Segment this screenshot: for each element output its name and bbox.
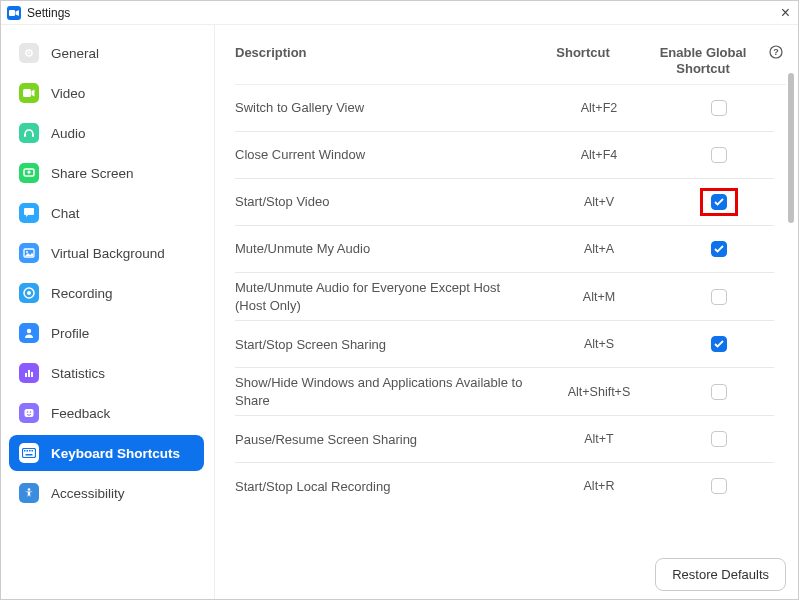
shortcut-key[interactable]: Alt+M <box>534 290 664 304</box>
enable-cell <box>664 384 774 400</box>
shortcut-row: Start/Stop Screen SharingAlt+S <box>235 321 774 367</box>
shortcut-rows: Switch to Gallery ViewAlt+F2Close Curren… <box>235 84 786 548</box>
enable-cell <box>664 336 774 352</box>
sidebar-item-label: Keyboard Shortcuts <box>51 446 180 461</box>
sidebar-item-label: Feedback <box>51 406 110 421</box>
sidebar-item-label: Audio <box>51 126 86 141</box>
shortcut-description: Start/Stop Video <box>235 193 534 211</box>
shortcut-row: Start/Stop Local RecordingAlt+R <box>235 463 774 509</box>
shortcut-row: Pause/Resume Screen SharingAlt+T <box>235 416 774 462</box>
svg-point-9 <box>27 291 31 295</box>
shortcut-key[interactable]: Alt+T <box>534 432 664 446</box>
shortcut-description: Mute/Unmute My Audio <box>235 240 534 258</box>
enable-global-checkbox[interactable] <box>711 478 727 494</box>
shortcut-key[interactable]: Alt+F2 <box>534 101 664 115</box>
svg-rect-13 <box>31 372 33 377</box>
profile-icon <box>19 323 39 343</box>
sidebar-item-keyboard-shortcuts[interactable]: Keyboard Shortcuts <box>9 435 204 471</box>
sidebar-item-general[interactable]: General <box>9 35 204 71</box>
table-header: Description Shortcut Enable Global Short… <box>235 25 786 84</box>
sidebar-item-share-screen[interactable]: Share Screen <box>9 155 204 191</box>
enable-global-checkbox[interactable] <box>711 289 727 305</box>
sidebar-item-virtual-background[interactable]: Virtual Background <box>9 235 204 271</box>
content: General Video Audio Share Screen Chat Vi… <box>1 25 798 600</box>
enable-global-checkbox[interactable] <box>711 384 727 400</box>
sidebar-item-label: Chat <box>51 206 80 221</box>
svg-rect-21 <box>32 450 34 452</box>
shortcut-key[interactable]: Alt+S <box>534 337 664 351</box>
keyboard-icon <box>19 443 39 463</box>
accessibility-icon <box>19 483 39 503</box>
shortcut-key[interactable]: Alt+V <box>534 195 664 209</box>
svg-point-7 <box>26 251 28 253</box>
sidebar-item-chat[interactable]: Chat <box>9 195 204 231</box>
sidebar-item-label: Video <box>51 86 85 101</box>
sidebar-item-statistics[interactable]: Statistics <box>9 355 204 391</box>
chat-icon <box>19 203 39 223</box>
enable-global-checkbox[interactable] <box>711 431 727 447</box>
scrollbar-thumb[interactable] <box>788 73 794 223</box>
shortcut-description: Mute/Unmute Audio for Everyone Except Ho… <box>235 279 534 314</box>
shortcut-description: Switch to Gallery View <box>235 99 534 117</box>
footer: Restore Defaults <box>235 548 786 591</box>
window-title: Settings <box>27 6 70 20</box>
sidebar-item-profile[interactable]: Profile <box>9 315 204 351</box>
shortcut-row: Close Current WindowAlt+F4 <box>235 132 774 178</box>
sidebar-item-feedback[interactable]: Feedback <box>9 395 204 431</box>
enable-cell <box>664 478 774 494</box>
sidebar-item-video[interactable]: Video <box>9 75 204 111</box>
sidebar-item-recording[interactable]: Recording <box>9 275 204 311</box>
help-icon[interactable]: ? <box>766 45 786 59</box>
enable-global-checkbox[interactable] <box>711 194 727 210</box>
sidebar-item-label: Statistics <box>51 366 105 381</box>
shortcut-row: Mute/Unmute Audio for Everyone Except Ho… <box>235 273 774 320</box>
enable-cell <box>664 241 774 257</box>
enable-global-checkbox[interactable] <box>711 336 727 352</box>
feedback-icon <box>19 403 39 423</box>
enable-global-checkbox[interactable] <box>711 241 727 257</box>
header-shortcut: Shortcut <box>518 45 648 60</box>
close-button[interactable]: × <box>781 5 790 21</box>
sidebar-item-label: General <box>51 46 99 61</box>
svg-rect-4 <box>32 134 34 137</box>
enable-global-checkbox[interactable] <box>711 100 727 116</box>
enable-cell <box>664 100 774 116</box>
headphones-icon <box>19 123 39 143</box>
shortcut-row: Switch to Gallery ViewAlt+F2 <box>235 85 774 131</box>
shortcut-description: Show/Hide Windows and Applications Avail… <box>235 374 534 409</box>
shortcut-description: Pause/Resume Screen Sharing <box>235 431 534 449</box>
shortcut-key[interactable]: Alt+A <box>534 242 664 256</box>
stats-icon <box>19 363 39 383</box>
svg-rect-11 <box>25 373 27 377</box>
titlebar: Settings × <box>1 1 798 25</box>
svg-rect-18 <box>24 450 26 452</box>
header-enable-global: Enable Global Shortcut <box>648 45 758 76</box>
enable-cell <box>664 194 774 210</box>
shortcut-description: Close Current Window <box>235 146 534 164</box>
titlebar-left: Settings <box>7 6 70 20</box>
sidebar: General Video Audio Share Screen Chat Vi… <box>1 25 215 600</box>
svg-point-23 <box>28 488 31 491</box>
restore-defaults-button[interactable]: Restore Defaults <box>655 558 786 591</box>
shortcut-key[interactable]: Alt+F4 <box>534 148 664 162</box>
main-pane: Description Shortcut Enable Global Short… <box>215 25 798 600</box>
enable-global-checkbox[interactable] <box>711 147 727 163</box>
sidebar-item-audio[interactable]: Audio <box>9 115 204 151</box>
image-icon <box>19 243 39 263</box>
svg-rect-20 <box>29 450 31 452</box>
enable-cell <box>664 289 774 305</box>
sidebar-item-accessibility[interactable]: Accessibility <box>9 475 204 511</box>
svg-rect-14 <box>25 409 34 417</box>
sidebar-item-label: Virtual Background <box>51 246 165 261</box>
sidebar-item-label: Share Screen <box>51 166 134 181</box>
enable-cell <box>664 431 774 447</box>
shortcut-row: Start/Stop VideoAlt+V <box>235 179 774 225</box>
svg-rect-3 <box>24 134 26 137</box>
shortcut-key[interactable]: Alt+R <box>534 479 664 493</box>
svg-rect-22 <box>26 454 33 456</box>
svg-point-15 <box>27 411 29 413</box>
enable-cell <box>664 147 774 163</box>
shortcut-description: Start/Stop Local Recording <box>235 478 534 496</box>
shortcut-key[interactable]: Alt+Shift+S <box>534 385 664 399</box>
svg-point-10 <box>27 329 31 333</box>
